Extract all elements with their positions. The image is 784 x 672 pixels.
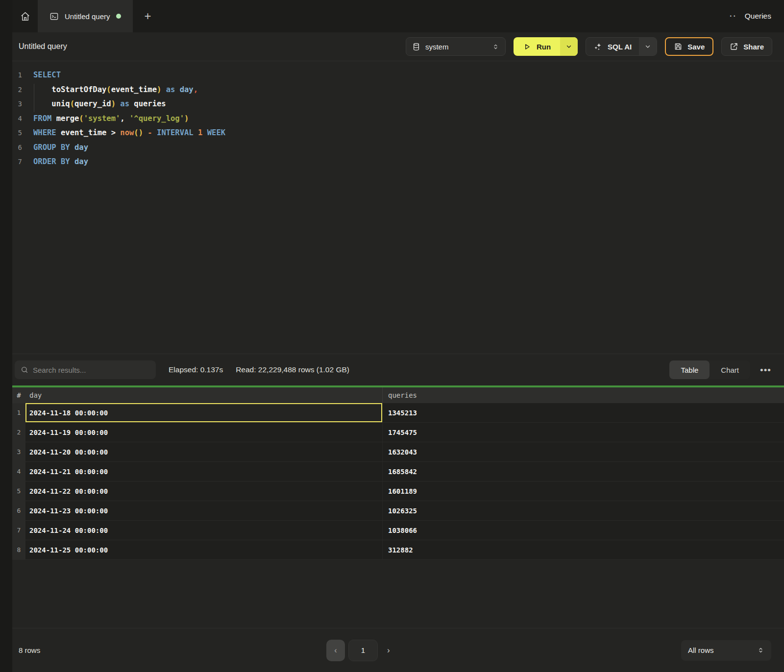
select-updown-icon [757,647,764,654]
table-row[interactable]: 72024-11-24 00:00:001038066 [12,521,784,540]
table-row[interactable]: 22024-11-19 00:00:001745475 [12,423,784,442]
run-button-label: Run [537,43,551,51]
queries-link[interactable]: Queries [745,12,771,21]
table-row[interactable]: 32024-11-20 00:00:001632043 [12,442,784,462]
results-menu-icon[interactable]: ••• [760,365,771,375]
current-page-button[interactable]: 1 [348,640,378,661]
left-edge-strip [0,0,12,672]
sql-ai-button[interactable]: SQL AI [586,38,639,55]
line-number: 7 [12,155,22,169]
column-header-index: # [12,387,25,403]
home-button[interactable] [12,0,38,32]
cell-queries[interactable]: 312882 [382,540,784,559]
line-number: 3 [12,97,22,112]
row-number: 6 [12,501,25,520]
row-number: 4 [12,462,25,481]
code-line[interactable]: 7ORDER BY day [12,155,784,169]
page-size-select[interactable]: All rows [681,640,771,661]
read-stat: Read: 22,229,488 rows (1.02 GB) [236,365,349,374]
elapsed-stat: Elapsed: 0.137s [169,365,223,374]
code-line[interactable]: 1SELECT [12,68,784,83]
line-number: 5 [12,126,22,141]
tab-table-view[interactable]: Table [669,360,710,379]
select-updown-icon [492,43,499,50]
table-row[interactable]: 42024-11-21 00:00:001685842 [12,462,784,481]
cell-day[interactable]: 2024-11-25 00:00:00 [25,540,382,559]
cell-day[interactable]: 2024-11-18 00:00:00 [25,403,382,422]
code-line[interactable]: 4FROM merge('system', '^query_log') [12,112,784,126]
tab-label: Untitled query [65,12,110,21]
cell-queries[interactable]: 1632043 [382,442,784,461]
ai-sparkles-icon [593,42,602,51]
cell-day[interactable]: 2024-11-20 00:00:00 [25,442,382,461]
cell-queries[interactable]: 1026325 [382,501,784,520]
line-number: 4 [12,112,22,126]
save-button-label: Save [687,43,705,51]
top-tab-bar: Untitled query + ·· Queries [12,0,784,32]
chevron-down-icon [644,43,651,50]
row-number: 7 [12,521,25,540]
next-page-button[interactable]: › [381,646,396,655]
unsaved-changes-dot [116,14,121,19]
cell-queries[interactable]: 1038066 [382,521,784,540]
database-select[interactable]: system [406,37,506,56]
table-row[interactable]: 52024-11-22 00:00:001601189 [12,481,784,501]
save-icon [674,42,683,51]
chevron-down-icon [565,43,572,50]
cell-queries[interactable]: 1345213 [382,403,784,422]
cell-queries[interactable]: 1745475 [382,423,784,442]
table-body: 12024-11-18 00:00:00134521322024-11-19 0… [12,403,784,560]
more-dots-icon[interactable]: ·· [730,12,737,21]
sql-ai-label: SQL AI [608,43,632,51]
search-box[interactable] [15,360,156,379]
code-text: WHERE event_time > now() - INTERVAL 1 WE… [22,126,225,141]
code-line[interactable]: 6GROUP BY day [12,141,784,155]
run-options-button[interactable] [560,37,578,56]
tab-untitled-query[interactable]: Untitled query [38,0,133,32]
page-title: Untitled query [19,42,67,51]
table-header: # day queries [12,387,784,403]
new-tab-button[interactable]: + [133,0,163,32]
column-header-day[interactable]: day [25,387,382,403]
code-text: toStartOfDay(event_time) as day, [22,83,198,97]
cell-day[interactable]: 2024-11-22 00:00:00 [25,481,382,501]
row-number: 8 [12,540,25,559]
code-text: SELECT [22,68,61,83]
code-text: ORDER BY day [22,155,88,169]
cell-day[interactable]: 2024-11-23 00:00:00 [25,501,382,520]
cell-day[interactable]: 2024-11-19 00:00:00 [25,423,382,442]
sql-ai-options-button[interactable] [639,38,657,55]
table-row[interactable]: 62024-11-23 00:00:001026325 [12,501,784,521]
query-header: Untitled query system [12,32,784,61]
code-line[interactable]: 2 toStartOfDay(event_time) as day, [12,83,784,97]
query-terminal-icon [49,12,59,21]
table-row[interactable]: 12024-11-18 00:00:001345213 [12,403,784,423]
database-icon [412,43,420,51]
search-results-input[interactable] [33,366,150,374]
cell-queries[interactable]: 1601189 [382,481,784,501]
column-header-queries[interactable]: queries [382,387,784,403]
line-number: 2 [12,83,22,97]
results-footer: 8 rows ‹ 1 › All rows [12,628,784,672]
tab-chart-view[interactable]: Chart [710,360,750,379]
code-line[interactable]: 3 uniq(query_id) as queries [12,97,784,112]
share-button[interactable]: Share [721,37,772,56]
prev-page-button[interactable]: ‹ [326,640,345,661]
run-button[interactable]: Run [514,37,560,56]
code-line[interactable]: 5WHERE event_time > now() - INTERVAL 1 W… [12,126,784,141]
share-external-icon [730,42,738,51]
save-button[interactable]: Save [665,37,713,56]
run-button-group: Run [514,37,578,56]
results-empty-area [12,560,784,628]
row-number: 1 [12,403,25,422]
sql-console-window: Untitled query + ·· Queries Untitled que… [0,0,784,672]
code-text: FROM merge('system', '^query_log') [22,112,189,126]
code-lines: 1SELECT2 toStartOfDay(event_time) as day… [12,68,784,169]
cell-day[interactable]: 2024-11-21 00:00:00 [25,462,382,481]
sql-editor[interactable]: 1SELECT2 toStartOfDay(event_time) as day… [12,61,784,354]
table-row[interactable]: 82024-11-25 00:00:00312882 [12,540,784,560]
cell-queries[interactable]: 1685842 [382,462,784,481]
cell-day[interactable]: 2024-11-24 00:00:00 [25,521,382,540]
row-number: 2 [12,423,25,442]
results-toolbar: Elapsed: 0.137s Read: 22,229,488 rows (1… [12,354,784,385]
